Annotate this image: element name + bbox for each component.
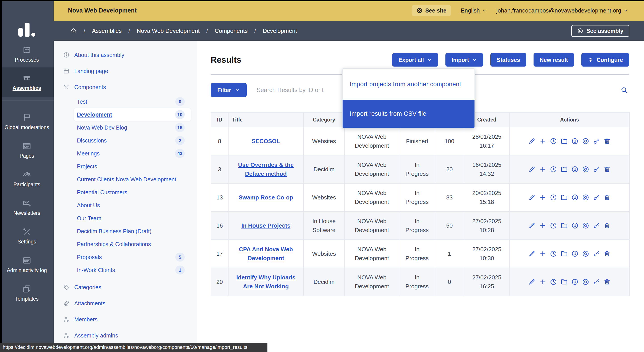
component-item-about-us[interactable]: About Us bbox=[54, 199, 197, 212]
preview-icon[interactable] bbox=[582, 250, 590, 258]
attachments-icon[interactable] bbox=[571, 194, 579, 201]
history-icon[interactable] bbox=[550, 250, 557, 258]
permissions-key-icon[interactable] bbox=[592, 278, 600, 286]
component-item-test[interactable]: Test0 bbox=[54, 95, 197, 108]
sidebar-item-assemblies[interactable]: Assemblies bbox=[0, 67, 54, 97]
component-item-nova-web-dev-blog[interactable]: Nova Web Dev Blog16 bbox=[54, 121, 197, 134]
edit-icon[interactable] bbox=[528, 137, 536, 145]
delete-icon[interactable] bbox=[603, 137, 611, 145]
delete-icon[interactable] bbox=[603, 222, 611, 229]
sidebar-item-pages[interactable]: Pages bbox=[0, 136, 54, 164]
component-item-our-team[interactable]: Our Team bbox=[54, 212, 197, 225]
folder-icon[interactable] bbox=[560, 250, 568, 258]
result-title-link[interactable]: SECOSOL bbox=[252, 138, 280, 145]
delete-icon[interactable] bbox=[603, 250, 611, 258]
component-item-potential-customers[interactable]: Potential Customers bbox=[54, 186, 197, 199]
permissions-key-icon[interactable] bbox=[592, 166, 600, 173]
preview-icon[interactable] bbox=[582, 278, 590, 286]
home-icon[interactable] bbox=[70, 27, 77, 34]
component-item-development[interactable]: Development10 bbox=[74, 108, 191, 121]
folder-icon[interactable] bbox=[560, 222, 568, 229]
breadcrumb-components[interactable]: Components bbox=[215, 27, 248, 34]
folder-icon[interactable] bbox=[560, 166, 568, 173]
permissions-key-icon[interactable] bbox=[592, 250, 600, 258]
sidebar-item-templates[interactable]: Templates bbox=[0, 279, 54, 307]
folder-icon[interactable] bbox=[560, 278, 568, 286]
sidebar-item-global-moderations[interactable]: Global moderations bbox=[0, 107, 54, 136]
add-icon[interactable] bbox=[539, 278, 546, 286]
folder-icon[interactable] bbox=[560, 194, 568, 201]
delete-icon[interactable] bbox=[603, 278, 611, 286]
breadcrumb-assembly[interactable]: Nova Web Development bbox=[137, 27, 200, 34]
result-title-link[interactable]: Swamp Rose Co-op bbox=[238, 194, 293, 201]
new-result-button[interactable]: New result bbox=[534, 53, 574, 67]
edit-icon[interactable] bbox=[528, 166, 536, 173]
sidebar-item-participants[interactable]: Participants bbox=[0, 164, 54, 193]
component-item-projects[interactable]: Projects bbox=[54, 160, 197, 173]
component-item-discussions[interactable]: Discussions2 bbox=[54, 134, 197, 147]
permissions-key-icon[interactable] bbox=[592, 137, 600, 145]
sidebar-item-settings[interactable]: Settings bbox=[0, 222, 54, 250]
preview-icon[interactable] bbox=[582, 137, 590, 145]
history-icon[interactable] bbox=[550, 222, 557, 229]
menu-about-assembly[interactable]: About this assembly bbox=[54, 47, 197, 63]
component-item-partnerships[interactable]: Partnerships & Collaborations bbox=[54, 238, 197, 251]
component-item-in-work-clients[interactable]: In-Work Clients1 bbox=[54, 264, 197, 277]
sidebar-item-processes[interactable]: Processes bbox=[0, 41, 54, 67]
component-item-current-clients[interactable]: Current Clients Nova Web Development bbox=[54, 173, 197, 186]
statuses-button[interactable]: Statuses bbox=[490, 53, 526, 67]
search-icon[interactable] bbox=[620, 86, 628, 94]
filter-button[interactable]: Filter bbox=[211, 83, 247, 97]
attachments-icon[interactable] bbox=[571, 250, 579, 258]
sidebar-item-admin-activity-log[interactable]: Admin activity log bbox=[0, 250, 54, 279]
menu-landing-page[interactable]: Landing page bbox=[54, 63, 197, 79]
sidebar-item-newsletters[interactable]: Newsletters bbox=[0, 193, 54, 222]
menu-item-import-csv[interactable]: Import results from CSV file bbox=[342, 100, 474, 128]
menu-members[interactable]: Members bbox=[54, 311, 197, 328]
edit-icon[interactable] bbox=[528, 222, 536, 229]
import-button[interactable]: Import bbox=[446, 53, 484, 67]
result-title-link[interactable]: In House Projects bbox=[241, 222, 290, 229]
history-icon[interactable] bbox=[550, 194, 557, 201]
menu-assembly-admins[interactable]: Assembly admins bbox=[54, 328, 197, 344]
edit-icon[interactable] bbox=[528, 250, 536, 258]
menu-components[interactable]: Components bbox=[54, 79, 197, 95]
preview-icon[interactable] bbox=[582, 166, 590, 173]
attachments-icon[interactable] bbox=[571, 278, 579, 286]
add-icon[interactable] bbox=[539, 166, 546, 173]
attachments-icon[interactable] bbox=[571, 166, 579, 173]
folder-icon[interactable] bbox=[560, 137, 568, 145]
add-icon[interactable] bbox=[539, 222, 546, 229]
breadcrumb-assemblies[interactable]: Assemblies bbox=[92, 27, 122, 34]
result-title-link[interactable]: CPA And Nova Web Development bbox=[239, 246, 293, 262]
permissions-key-icon[interactable] bbox=[592, 222, 600, 229]
add-icon[interactable] bbox=[539, 137, 546, 145]
edit-icon[interactable] bbox=[528, 278, 536, 286]
attachments-icon[interactable] bbox=[571, 222, 579, 229]
component-item-proposals[interactable]: Proposals5 bbox=[54, 251, 197, 264]
result-title-link[interactable]: Use Overrides & the Deface method bbox=[238, 162, 294, 177]
breadcrumb-current[interactable]: Development bbox=[263, 27, 297, 34]
preview-icon[interactable] bbox=[582, 194, 590, 201]
history-icon[interactable] bbox=[550, 137, 557, 145]
configure-button[interactable]: Configure bbox=[582, 53, 629, 67]
add-icon[interactable] bbox=[539, 250, 546, 258]
delete-icon[interactable] bbox=[603, 166, 611, 173]
see-assembly-button[interactable]: See assembly bbox=[571, 25, 629, 37]
result-title-link[interactable]: Identify Why Uploads Are Not Working bbox=[236, 274, 296, 290]
attachments-icon[interactable] bbox=[571, 137, 579, 145]
permissions-key-icon[interactable] bbox=[592, 194, 600, 201]
component-item-decidim-business-plan[interactable]: Decidim Business Plan (Draft) bbox=[54, 225, 197, 238]
language-selector[interactable]: English bbox=[461, 7, 486, 14]
export-all-button[interactable]: Export all bbox=[392, 53, 438, 67]
edit-icon[interactable] bbox=[528, 194, 536, 201]
component-item-meetings[interactable]: Meetings43 bbox=[54, 147, 197, 160]
menu-categories[interactable]: Categories bbox=[54, 279, 197, 295]
menu-item-import-projects[interactable]: Import projects from another component bbox=[342, 69, 474, 100]
history-icon[interactable] bbox=[550, 278, 557, 286]
preview-icon[interactable] bbox=[582, 222, 590, 229]
menu-attachments[interactable]: Attachments bbox=[54, 295, 197, 311]
user-menu[interactable]: johan.francocampos@novawebdevelopment.or… bbox=[496, 7, 628, 14]
history-icon[interactable] bbox=[550, 166, 557, 173]
decidim-logo[interactable] bbox=[0, 0, 54, 41]
